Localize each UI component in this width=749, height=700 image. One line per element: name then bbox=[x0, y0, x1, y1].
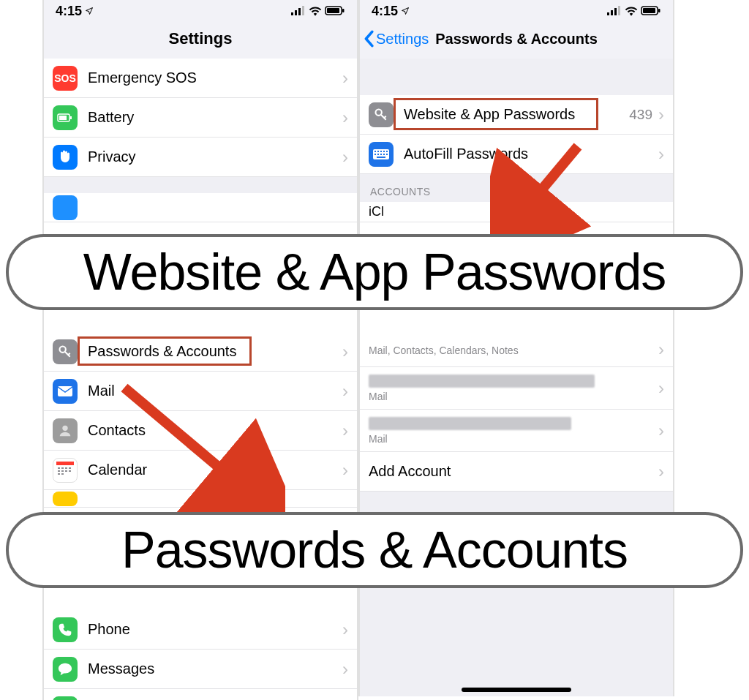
passwords-accounts-screen: 4:15 Settings Passwords & Accounts bbox=[358, 0, 674, 696]
arrow-to-top-callout bbox=[490, 139, 592, 249]
svg-rect-42 bbox=[383, 154, 385, 155]
svg-rect-15 bbox=[61, 467, 64, 469]
svg-rect-23 bbox=[61, 473, 64, 475]
svg-rect-5 bbox=[327, 8, 339, 13]
row-label: Messages bbox=[88, 661, 342, 677]
row-account-2[interactable]: Mail › bbox=[358, 367, 674, 410]
row-label: Passwords & Accounts bbox=[88, 343, 342, 360]
key-icon bbox=[53, 339, 78, 364]
wifi-icon bbox=[625, 6, 638, 16]
row-label: Privacy bbox=[88, 148, 342, 165]
row-label: Website & App Passwords bbox=[404, 106, 629, 123]
account-detail: Mail, Contacts, Calendars, Notes bbox=[369, 345, 658, 356]
svg-rect-18 bbox=[58, 470, 60, 472]
row-passwords-accounts[interactable]: Passwords & Accounts › bbox=[42, 332, 358, 372]
location-icon bbox=[85, 4, 94, 19]
svg-point-10 bbox=[60, 346, 66, 352]
svg-rect-37 bbox=[383, 151, 385, 152]
row-itunes-appstore[interactable] bbox=[42, 193, 358, 222]
battery-icon bbox=[641, 6, 661, 16]
chevron-right-icon: › bbox=[342, 381, 348, 402]
svg-rect-35 bbox=[377, 151, 379, 152]
page-title: Settings bbox=[169, 29, 233, 48]
chevron-right-icon: › bbox=[342, 659, 348, 680]
chevron-right-icon: › bbox=[658, 462, 664, 482]
svg-rect-20 bbox=[65, 470, 67, 472]
svg-line-45 bbox=[505, 146, 578, 234]
svg-rect-38 bbox=[386, 151, 388, 152]
account-title-redacted bbox=[369, 417, 571, 430]
status-bar: 4:15 bbox=[358, 0, 674, 19]
row-account-3[interactable]: Mail › bbox=[358, 410, 674, 452]
svg-rect-36 bbox=[380, 151, 382, 152]
svg-rect-31 bbox=[658, 9, 660, 12]
svg-rect-6 bbox=[342, 9, 345, 12]
svg-line-46 bbox=[124, 388, 263, 505]
svg-rect-26 bbox=[611, 10, 613, 15]
status-time: 4:15 bbox=[372, 4, 398, 19]
chevron-right-icon: › bbox=[658, 105, 664, 125]
back-button[interactable]: Settings bbox=[363, 19, 429, 59]
phone-icon bbox=[53, 617, 78, 642]
battery-icon bbox=[325, 6, 345, 16]
svg-rect-8 bbox=[70, 116, 72, 119]
svg-rect-44 bbox=[377, 157, 385, 158]
battery-icon bbox=[53, 105, 78, 130]
mail-icon bbox=[53, 379, 78, 404]
chevron-right-icon: › bbox=[342, 68, 348, 89]
key-icon bbox=[369, 102, 394, 127]
chevron-right-icon: › bbox=[658, 378, 664, 399]
row-add-account[interactable]: Add Account › bbox=[358, 452, 674, 492]
calendar-icon bbox=[53, 458, 78, 483]
chevron-right-icon: › bbox=[342, 460, 348, 481]
svg-rect-0 bbox=[291, 12, 293, 15]
contacts-icon bbox=[53, 418, 78, 443]
privacy-icon bbox=[53, 145, 78, 170]
callout-website-app-passwords: Website & App Passwords bbox=[6, 234, 743, 310]
svg-rect-9 bbox=[59, 116, 67, 120]
svg-rect-1 bbox=[295, 10, 297, 15]
svg-rect-2 bbox=[298, 8, 301, 15]
chevron-right-icon: › bbox=[342, 108, 348, 128]
back-label: Settings bbox=[376, 31, 429, 48]
appstore-icon bbox=[53, 195, 78, 220]
row-facetime[interactable]: FaceTime › bbox=[42, 689, 358, 700]
row-battery[interactable]: Battery › bbox=[42, 98, 358, 138]
svg-rect-14 bbox=[58, 467, 60, 469]
svg-rect-11 bbox=[58, 386, 72, 396]
row-label: Add Account bbox=[369, 463, 658, 480]
row-emergency-sos[interactable]: SOS Emergency SOS › bbox=[42, 59, 358, 98]
row-messages[interactable]: Messages › bbox=[42, 650, 358, 689]
account-title-redacted bbox=[369, 375, 595, 388]
row-label: Phone bbox=[88, 621, 342, 638]
cellular-icon bbox=[291, 6, 306, 16]
svg-rect-16 bbox=[65, 467, 67, 469]
account-detail: Mail bbox=[369, 433, 658, 445]
page-title: Passwords & Accounts bbox=[435, 31, 598, 48]
nav-bar: Settings bbox=[42, 19, 358, 59]
svg-rect-27 bbox=[614, 8, 617, 15]
svg-rect-28 bbox=[618, 6, 620, 15]
svg-rect-30 bbox=[643, 8, 655, 13]
chevron-right-icon: › bbox=[342, 147, 348, 168]
chevron-right-icon: › bbox=[658, 144, 664, 165]
svg-rect-39 bbox=[374, 154, 376, 155]
sos-icon: SOS bbox=[53, 66, 78, 91]
nav-bar: Settings Passwords & Accounts bbox=[358, 19, 674, 59]
chevron-right-icon: › bbox=[658, 339, 664, 360]
home-indicator[interactable] bbox=[462, 688, 571, 692]
callout-passwords-accounts: Passwords & Accounts bbox=[6, 512, 743, 588]
row-account-1[interactable]: Mail, Contacts, Calendars, Notes › bbox=[358, 332, 674, 367]
row-phone[interactable]: Phone › bbox=[42, 610, 358, 650]
keyboard-icon bbox=[369, 142, 394, 167]
svg-rect-40 bbox=[377, 154, 379, 155]
row-label: Emergency SOS bbox=[88, 69, 342, 86]
facetime-icon bbox=[53, 696, 78, 700]
row-privacy[interactable]: Privacy › bbox=[42, 138, 358, 177]
svg-rect-41 bbox=[380, 154, 382, 155]
row-website-app-passwords[interactable]: Website & App Passwords 439 › bbox=[358, 95, 674, 135]
svg-point-12 bbox=[62, 425, 67, 430]
svg-point-32 bbox=[376, 109, 382, 115]
svg-rect-21 bbox=[69, 470, 71, 472]
status-bar: 4:15 bbox=[42, 0, 358, 19]
